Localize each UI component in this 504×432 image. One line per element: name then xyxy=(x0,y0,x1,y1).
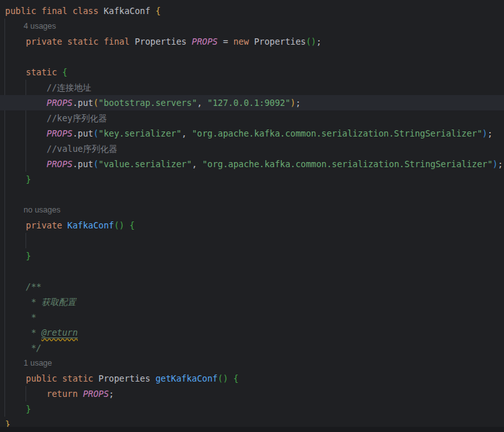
inlay-hint-line[interactable]: no usages xyxy=(0,202,504,218)
code-lines: public final class KafkaConf {4 usages p… xyxy=(0,3,504,432)
token-str: "org.apache.kafka.common.serialization.S… xyxy=(192,128,482,138)
token-g: () xyxy=(114,220,124,230)
code-line[interactable]: */ xyxy=(0,340,504,355)
inlay-hint-line[interactable]: 4 usages xyxy=(0,19,504,34)
token-def xyxy=(124,220,130,230)
token-kw: private static final xyxy=(26,36,135,47)
token-mth: getKafkaConf xyxy=(156,373,218,384)
token-y: ) xyxy=(290,98,295,108)
token-def xyxy=(5,128,47,138)
token-fld: PROPS xyxy=(47,159,73,169)
code-line[interactable]: //value序列化器 xyxy=(0,141,504,156)
token-def: ; xyxy=(109,389,114,399)
token-fld: PROPS xyxy=(47,128,73,138)
code-line[interactable]: PROPS.put("key.serializer", "org.apache.… xyxy=(0,126,504,141)
code-line[interactable]: PROPS.put("value.serializer", "org.apach… xyxy=(0,156,504,172)
token-g: () xyxy=(306,36,316,47)
token-def xyxy=(5,404,26,414)
code-line[interactable]: static { xyxy=(0,64,504,80)
token-fld: PROPS xyxy=(47,98,73,108)
code-line[interactable]: } xyxy=(0,172,504,187)
token-b: ) xyxy=(493,159,498,169)
token-fld: PROPS xyxy=(192,36,218,47)
token-def xyxy=(5,220,26,230)
token-def: , xyxy=(197,98,207,108)
inlay-hint-line[interactable]: 1 usage xyxy=(0,355,504,371)
token-fld: PROPS xyxy=(83,389,109,399)
token-g: } xyxy=(26,251,31,261)
token-def xyxy=(5,67,26,77)
token-str: "127.0.0.1:9092" xyxy=(207,98,290,108)
token-def: Properties xyxy=(98,373,155,384)
token-doc: */ xyxy=(5,343,41,353)
code-line[interactable]: * 获取配置 xyxy=(0,294,504,309)
code-line[interactable] xyxy=(0,264,504,279)
token-kw: new xyxy=(233,36,255,47)
code-line[interactable]: } xyxy=(0,248,504,264)
token-doc: /** xyxy=(5,281,41,292)
token-b: ) xyxy=(482,128,487,138)
token-g: { xyxy=(130,220,135,230)
token-mth: KafkaConf xyxy=(68,220,114,230)
usage-inlay-hint: 1 usage xyxy=(24,359,52,368)
token-def xyxy=(5,389,47,399)
code-line[interactable]: * @return xyxy=(0,325,504,340)
code-line[interactable]: PROPS.put("bootstrap.servers", "127.0.0.… xyxy=(0,95,504,110)
token-y: { xyxy=(156,6,161,16)
token-g: () xyxy=(218,373,228,384)
code-line[interactable]: /** xyxy=(0,279,504,294)
code-line[interactable]: return PROPS; xyxy=(0,386,504,401)
code-line[interactable]: //连接地址 xyxy=(0,80,504,95)
token-com: //连接地址 xyxy=(5,82,91,93)
code-line[interactable]: //key序列化器 xyxy=(0,110,504,126)
code-line[interactable]: private static final Properties PROPS = … xyxy=(0,34,504,49)
token-def xyxy=(5,159,47,169)
token-def xyxy=(5,373,26,384)
token-def: = xyxy=(218,36,233,47)
token-def: , xyxy=(192,159,202,169)
token-def: ; xyxy=(498,159,503,169)
token-g: { xyxy=(233,373,239,384)
token-def: ; xyxy=(487,128,493,138)
token-def: .put xyxy=(73,159,94,169)
token-doc: * xyxy=(5,327,41,338)
token-doc: * xyxy=(5,312,36,322)
code-line[interactable]: * xyxy=(0,309,504,325)
token-def: KafkaConf xyxy=(103,6,155,16)
token-def: .put xyxy=(73,98,94,108)
code-line[interactable] xyxy=(0,187,504,202)
token-def xyxy=(5,251,26,261)
code-line[interactable]: public static Properties getKafkaConf() … xyxy=(0,371,504,386)
code-line[interactable]: public final class KafkaConf { xyxy=(0,3,504,19)
token-str: "org.apache.kafka.common.serialization.S… xyxy=(202,159,493,169)
token-def: Properties xyxy=(254,36,306,47)
token-def: ; xyxy=(316,36,322,47)
token-def: , xyxy=(181,128,191,138)
token-kw: public final class xyxy=(5,6,103,16)
token-str: "value.serializer" xyxy=(98,159,191,169)
token-def: Properties xyxy=(135,36,191,47)
token-g: } xyxy=(26,404,31,414)
token-def xyxy=(5,36,26,47)
token-g: } xyxy=(26,174,31,184)
token-kw: static xyxy=(26,67,63,77)
token-def: .put xyxy=(73,128,94,138)
usage-inlay-hint: no usages xyxy=(24,205,61,214)
code-line[interactable]: private KafkaConf() { xyxy=(0,218,504,233)
token-str: "key.serializer" xyxy=(98,128,181,138)
bottom-strip xyxy=(0,427,504,432)
token-def xyxy=(228,373,233,384)
token-kw: return xyxy=(47,389,83,399)
token-tag: @return xyxy=(41,327,78,338)
token-com: //value序列化器 xyxy=(5,144,117,154)
code-editor[interactable]: public final class KafkaConf {4 usages p… xyxy=(0,0,504,432)
token-kw: private xyxy=(26,220,68,230)
code-line[interactable]: } xyxy=(0,401,504,417)
token-g: { xyxy=(62,67,67,77)
token-kw: public static xyxy=(26,373,99,384)
token-com: //key序列化器 xyxy=(5,113,107,123)
token-str: "bootstrap.servers" xyxy=(98,98,196,108)
code-line[interactable] xyxy=(0,233,504,248)
code-line[interactable] xyxy=(0,49,504,64)
usage-inlay-hint: 4 usages xyxy=(24,22,56,31)
